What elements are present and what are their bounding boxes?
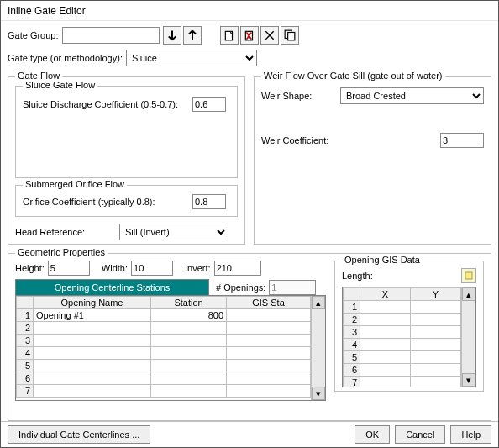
window-title: Inline Gate Editor [1,1,498,21]
scroll-up-icon[interactable]: ▴ [462,287,475,301]
submerged-legend: Submerged Orifice Flow [23,179,127,189]
gate-type-label: Gate type (or methodology): [8,53,123,63]
help-button[interactable]: Help [450,425,491,444]
gate-type-select[interactable]: Sluice [126,50,257,66]
new-button[interactable] [220,26,239,45]
scroll-up-icon[interactable]: ▴ [312,296,325,309]
width-input[interactable] [131,261,173,276]
gis-table[interactable]: X Y 1234567 [343,287,461,387]
sluice-discharge-label: Sluice Discharge Coefficient (0.5-0.7): [23,99,189,109]
svg-rect-3 [287,33,294,40]
orifice-coeff-input[interactable] [192,194,226,209]
table-row[interactable]: 1 [344,301,461,314]
table-row[interactable]: 4 [344,339,461,351]
weir-shape-label: Weir Shape: [261,91,337,101]
table-row[interactable]: 7 [17,385,311,398]
move-down-button[interactable] [163,26,181,45]
orifice-coeff-label: Orifice Coefficient (typically 0.8): [23,197,189,207]
table-row[interactable]: 2 [344,314,461,326]
openings-label: # Openings: [216,282,265,293]
stations-scrollbar[interactable]: ▴ ▾ [311,296,325,400]
gis-legend: Opening GIS Data [342,255,423,265]
invert-input[interactable] [214,261,261,276]
table-row[interactable]: 1Opening #1800 [17,309,311,322]
weir-coeff-input[interactable] [440,133,484,148]
scroll-down-icon[interactable]: ▾ [312,387,325,400]
copy-button[interactable] [281,26,299,45]
geom-legend: Geometric Properties [15,247,108,257]
head-ref-label: Head Reference: [15,227,116,237]
gate-group-select[interactable]: Gate #1 [62,27,160,44]
table-row[interactable]: 5 [17,360,311,372]
weir-shape-select[interactable]: Broad Crested [340,87,484,104]
table-row[interactable]: 4 [17,347,311,360]
svg-rect-4 [465,272,472,279]
individual-centerlines-button[interactable]: Individual Gate Centerlines ... [8,425,150,444]
cancel-button[interactable]: Cancel [395,425,445,444]
weir-coeff-label: Weir Coefficient: [261,135,337,145]
table-row[interactable]: 7 [344,377,461,387]
move-up-button[interactable] [183,26,202,45]
stations-table[interactable]: Opening Name Station GIS Sta 1Opening #1… [16,296,311,398]
gis-length-label: Length: [342,271,373,281]
openings-input [269,280,316,295]
table-row[interactable]: 3 [344,326,461,339]
table-row[interactable]: 6 [344,364,461,377]
cut-button[interactable] [260,26,279,45]
table-row[interactable]: 6 [17,372,311,385]
weir-legend: Weir Flow Over Gate Sill (gate out of wa… [261,71,445,81]
gis-tools-icon[interactable] [461,268,476,283]
scroll-down-icon[interactable]: ▾ [462,373,475,387]
width-label: Width: [102,263,128,273]
ok-button[interactable]: OK [355,425,390,444]
height-label: Height: [15,263,45,273]
delete-button[interactable] [240,26,259,45]
sluice-legend: Sluice Gate Flow [23,80,97,90]
gis-scrollbar[interactable]: ▴ ▾ [461,287,475,387]
height-input[interactable] [48,261,90,276]
gate-group-label: Gate Group: [8,30,59,40]
stations-header: Opening Centerline Stations [15,279,209,295]
table-row[interactable]: 5 [344,351,461,364]
invert-label: Invert: [185,263,211,273]
head-ref-select[interactable]: Sill (Invert) [119,224,228,240]
table-row[interactable]: 2 [17,322,311,335]
sluice-discharge-input[interactable] [192,97,226,112]
table-row[interactable]: 3 [17,335,311,347]
